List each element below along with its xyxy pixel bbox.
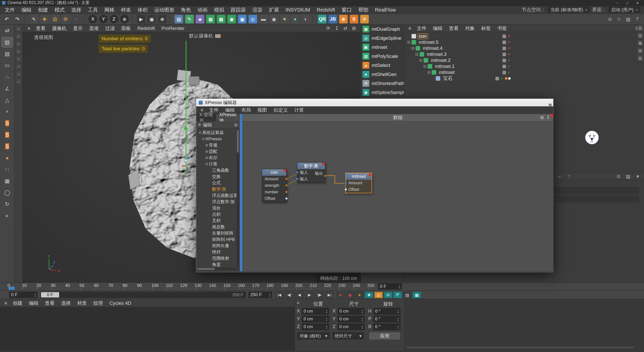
help-icon[interactable]: ? xyxy=(633,15,641,23)
object-mtInset-5[interactable]: ⊟mtInset.5✕ xyxy=(405,39,546,45)
material-mtSelect[interactable]: ▲mtSelect xyxy=(360,61,404,70)
playback-settings-button[interactable]: ▦ xyxy=(413,292,421,298)
workplane-mode-icon[interactable]: ▭ xyxy=(2,60,13,70)
last-tool-icon[interactable]: ◦ xyxy=(71,15,81,24)
xpresso-node-con[interactable]: con AmountstrengthnumberOffset xyxy=(262,169,287,202)
material-menu-item[interactable]: 材质 xyxy=(74,299,90,307)
node-header[interactable]: 数学:乘 xyxy=(297,163,325,169)
tag-dots[interactable] xyxy=(505,77,511,80)
timeline-range-slider[interactable]: 0 F 250 F xyxy=(40,292,246,298)
prev-frame-button[interactable]: ◀ xyxy=(295,292,304,298)
node-port[interactable]: Amount xyxy=(346,180,372,186)
port-dot[interactable] xyxy=(296,178,298,180)
size-mode-select[interactable]: 绝对尺寸▾ xyxy=(333,332,364,339)
object-mtInset-2[interactable]: ⊟mtInset.2✓ xyxy=(405,57,546,63)
port-dot[interactable] xyxy=(285,184,288,187)
menu-item[interactable]: RealFlow xyxy=(372,6,399,14)
enable-checkbox[interactable] xyxy=(502,53,506,56)
node-port[interactable]: Offset xyxy=(262,195,286,202)
live-selection-icon[interactable]: ↖ xyxy=(29,15,39,24)
material-menu-item[interactable]: 选择 xyxy=(58,299,74,307)
menu-item[interactable]: Redshift xyxy=(313,6,338,14)
texture-mode-icon[interactable]: ▨ xyxy=(2,49,13,59)
viewport-menu-item[interactable]: 摄像机 xyxy=(49,25,70,32)
xpresso-tree-item[interactable]: 角度 xyxy=(197,261,236,267)
rotation-input[interactable]: 0 °▴▾ xyxy=(373,308,400,315)
mini-dot-icon[interactable]: ▪ xyxy=(16,64,21,69)
next-key-button[interactable]: |▶ xyxy=(315,292,324,298)
xpresso-tree-item[interactable]: ⊞适配 xyxy=(197,148,236,155)
mirror-tool-icon[interactable]: ◐ xyxy=(2,211,13,221)
maximize-button[interactable]: □ xyxy=(623,1,632,6)
menu-item[interactable]: 运动图形 xyxy=(151,6,178,14)
material-mtShellGen[interactable]: ●mtShellGen xyxy=(360,70,404,79)
menu-item[interactable]: 选择 xyxy=(68,6,85,14)
xpresso-node-math-multiply[interactable]: 数学:乘 输入输入 输出 xyxy=(297,162,325,183)
menu-item[interactable]: 工具 xyxy=(85,6,101,14)
node-port[interactable]: Amount xyxy=(262,176,286,182)
pen-spline-icon[interactable]: ✎ xyxy=(185,15,194,24)
coordinate-system-icon[interactable]: ⊕ xyxy=(120,15,129,24)
material-mtInset[interactable]: ▣mtInset xyxy=(360,43,404,52)
record-scale-toggle[interactable]: ⊡ xyxy=(374,292,383,298)
visibility-mark[interactable]: ✕ xyxy=(507,40,511,45)
menu-item[interactable]: 窗口 xyxy=(338,6,355,14)
position-input[interactable]: 0 cm▴▾ xyxy=(302,316,329,322)
xpresso-tree-item[interactable]: 三角函数 xyxy=(197,167,236,173)
xpresso-tree-item[interactable]: 混合 xyxy=(197,205,236,211)
render-view-icon[interactable]: ▶ xyxy=(136,15,146,24)
om-menu-item[interactable]: 书签 xyxy=(494,25,510,32)
edges-mode-icon[interactable]: ∠ xyxy=(2,83,13,94)
record-position-toggle[interactable]: ✚ xyxy=(365,292,373,298)
pool-horizontal-scrollbar[interactable] xyxy=(197,268,236,270)
xpresso-tree-item[interactable]: 浮点函数运算 xyxy=(197,192,236,199)
viewport-menu-item[interactable]: 过滤 xyxy=(102,25,118,32)
xpresso-node-mtinset[interactable]: mtInset AmountOffset xyxy=(345,173,372,193)
om-menu-item[interactable]: 查看 xyxy=(446,25,462,32)
autokey-button[interactable]: ◉ xyxy=(346,292,354,298)
visibility-mark[interactable]: ✕ xyxy=(507,52,511,57)
node-header[interactable]: con xyxy=(262,169,286,176)
viewport-camera-label[interactable]: 默认摄像机 xyxy=(189,33,221,39)
om-menu-item[interactable]: 编辑 xyxy=(430,25,446,32)
node-out-corner[interactable] xyxy=(284,169,286,172)
node-header[interactable]: mtInset xyxy=(346,173,372,180)
undo-icon[interactable]: ↶ xyxy=(2,15,12,24)
attr-back-icon[interactable]: ← xyxy=(556,172,564,180)
frame-end-field[interactable]: 250 F▴▾ xyxy=(249,292,272,298)
xpresso-tree-item[interactable]: ⊟系统运算器 xyxy=(197,129,236,136)
pool-search-icon[interactable]: ⊙ xyxy=(234,122,238,128)
xpresso-tree-item[interactable]: ⊟计算 xyxy=(197,161,236,167)
xpresso-tree-item[interactable]: 相反数 xyxy=(197,224,236,230)
navigator-icon[interactable]: ⊕ xyxy=(339,15,348,24)
mini-add-icon[interactable]: + xyxy=(16,49,21,54)
lasso-tool-icon[interactable]: ↻ xyxy=(2,199,13,209)
make-editable-icon[interactable]: ⇄ xyxy=(2,26,13,36)
axis-mode-icon[interactable]: + xyxy=(2,107,13,117)
node-space-select[interactable]: 当前 (标准/物理)▾ xyxy=(548,7,590,13)
render-settings-icon[interactable]: ⊛ xyxy=(157,15,167,24)
render-picture-viewer-icon[interactable]: ▣ xyxy=(147,15,156,24)
search-icon[interactable]: ⊙ xyxy=(606,15,614,23)
material-menu-item[interactable]: 编辑 xyxy=(26,299,42,307)
mograph-fracture-icon[interactable]: ▩ xyxy=(216,15,226,24)
attr-up-icon[interactable]: ↑ xyxy=(566,172,573,180)
rotate-tool-icon[interactable]: ⟳ xyxy=(61,15,70,24)
jb-badge-icon[interactable]: JB xyxy=(328,15,338,24)
port-dot[interactable] xyxy=(285,197,288,200)
simulate-icon[interactable]: ◎ xyxy=(248,15,258,24)
frame-start-field[interactable]: 0 F▴▾ xyxy=(9,292,37,298)
node-out-corner[interactable] xyxy=(369,173,372,176)
visibility-mark[interactable]: ✕ xyxy=(507,34,511,38)
menu-item[interactable]: 文件 xyxy=(2,6,18,14)
panel-menu-icon[interactable]: ≡ xyxy=(25,25,33,32)
xpresso-menu-item[interactable]: 视图 xyxy=(254,106,270,114)
viewport-menu-item[interactable]: 选项 xyxy=(86,25,102,32)
x-axis-lock-icon[interactable]: X xyxy=(88,15,98,24)
goto-end-button[interactable]: ▶| xyxy=(325,292,334,298)
camera-list-icon[interactable] xyxy=(215,34,221,38)
snap-badge-icon[interactable]: S xyxy=(2,130,13,140)
viewport-view-label[interactable]: 透视视图 xyxy=(34,34,53,41)
size-input[interactable]: 0 cm▴▾ xyxy=(338,316,365,322)
menu-item[interactable]: 角色 xyxy=(178,6,194,14)
